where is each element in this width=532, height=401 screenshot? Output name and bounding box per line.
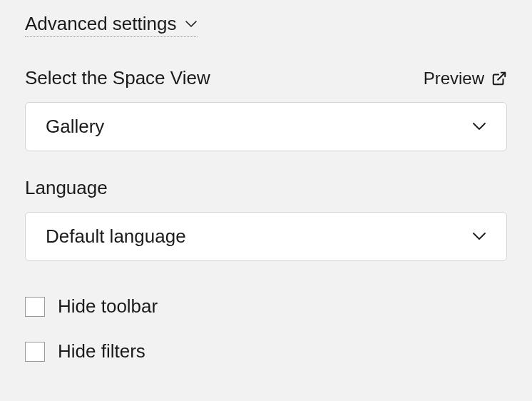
hide-filters-label: Hide filters bbox=[58, 340, 145, 362]
preview-link[interactable]: Preview bbox=[424, 68, 507, 88]
advanced-settings-toggle[interactable]: Advanced settings bbox=[25, 13, 198, 37]
space-view-field: Select the Space View Preview Gallery bbox=[25, 67, 507, 151]
preview-label: Preview bbox=[424, 68, 484, 88]
hide-toolbar-checkbox[interactable] bbox=[25, 297, 45, 317]
chevron-down-icon bbox=[472, 122, 486, 131]
hide-toolbar-label: Hide toolbar bbox=[58, 295, 158, 318]
language-label: Language bbox=[25, 177, 108, 199]
hide-filters-row: Hide filters bbox=[25, 340, 507, 362]
space-view-label: Select the Space View bbox=[25, 67, 210, 89]
language-select[interactable]: Default language bbox=[25, 212, 507, 261]
section-title: Advanced settings bbox=[25, 13, 176, 35]
space-view-select[interactable]: Gallery bbox=[25, 102, 507, 151]
space-view-value: Gallery bbox=[46, 116, 104, 138]
chevron-down-icon bbox=[472, 232, 486, 241]
hide-toolbar-row: Hide toolbar bbox=[25, 295, 507, 318]
language-value: Default language bbox=[46, 225, 186, 248]
hide-filters-checkbox[interactable] bbox=[25, 342, 45, 362]
chevron-down-icon bbox=[185, 20, 198, 29]
external-link-icon bbox=[491, 71, 507, 86]
language-field: Language Default language bbox=[25, 177, 507, 261]
